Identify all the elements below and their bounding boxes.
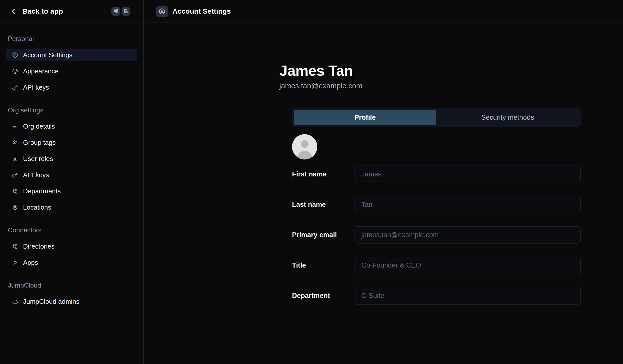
sidebar-item-user-roles[interactable]: User roles: [6, 152, 137, 165]
form-row-primary-email: Primary email: [292, 226, 581, 244]
sidebar-section-org-settings: Org settings Org details Group tags User…: [6, 107, 137, 214]
primary-email-field[interactable]: [355, 226, 581, 244]
plug-icon: [12, 259, 18, 266]
lines-icon: [12, 123, 18, 130]
sidebar-item-locations[interactable]: Locations: [6, 201, 137, 214]
sidebar-topbar: Back to app ⌘ B: [0, 0, 144, 23]
app-root: Back to app ⌘ B Account Settings Persona…: [0, 0, 623, 364]
form-row-last-name: Last name: [292, 196, 581, 213]
sidebar-item-departments[interactable]: Departments: [6, 185, 137, 197]
page-title: Account Settings: [172, 7, 231, 15]
sidebar-item-account-settings[interactable]: Account Settings: [6, 49, 137, 61]
sidebar-item-jumpcloud-admins[interactable]: JumpCloud admins: [6, 295, 137, 308]
main-content: James Tan james.tan@example.com Profile …: [144, 23, 623, 364]
keyboard-shortcut: ⌘ B: [111, 7, 130, 16]
department-label: Department: [292, 292, 355, 300]
tree-icon: [12, 188, 18, 194]
sidebar-item-group-tags[interactable]: Group tags: [6, 136, 137, 149]
sidebar-section-personal: Personal Account Settings Appearance API…: [6, 35, 137, 94]
form-row-first-name: First name: [292, 166, 581, 183]
tree-icon: [12, 243, 18, 250]
command-key-badge: ⌘: [111, 7, 120, 16]
chevron-left-icon: [10, 8, 17, 15]
avatar-placeholder-icon: [292, 134, 317, 159]
users-icon: [12, 139, 18, 146]
map-pin-icon: [12, 204, 18, 211]
user-circle-icon: [12, 52, 18, 58]
tab-bar: Profile Security methods: [292, 108, 581, 127]
page-header: Account Settings: [144, 0, 623, 23]
key-icon: [12, 172, 18, 178]
first-name-label: First name: [292, 170, 355, 178]
profile-form: First name Last name Primary email Title…: [292, 166, 581, 305]
sidebar-item-directories[interactable]: Directories: [6, 240, 137, 253]
first-name-field[interactable]: [355, 166, 581, 183]
sidebar-section-jumpcloud: JumpCloud JumpCloud admins: [6, 282, 137, 308]
account-settings-icon-badge: [156, 6, 168, 17]
section-label-connectors: Connectors: [8, 227, 137, 233]
palette-icon: [12, 68, 18, 74]
tab-security-methods[interactable]: Security methods: [436, 110, 579, 125]
title-label: Title: [292, 261, 355, 269]
primary-email-label: Primary email: [292, 231, 355, 239]
sidebar-item-api-keys-org[interactable]: API keys: [6, 169, 137, 181]
sidebar-nav: Personal Account Settings Appearance API…: [0, 23, 144, 364]
cloud-icon: [12, 298, 18, 305]
tab-profile[interactable]: Profile: [294, 110, 436, 125]
section-label-jumpcloud: JumpCloud: [8, 282, 137, 289]
user-circle-icon: [159, 8, 166, 15]
department-field[interactable]: [355, 287, 581, 305]
back-to-app-button[interactable]: Back to app: [10, 7, 63, 15]
sidebar-item-api-keys-personal[interactable]: API keys: [6, 81, 137, 94]
back-to-app-label: Back to app: [22, 7, 63, 15]
sidebar-item-appearance[interactable]: Appearance: [6, 65, 137, 77]
section-label-org-settings: Org settings: [8, 107, 137, 113]
key-icon: [12, 84, 18, 91]
title-field[interactable]: [355, 257, 581, 274]
sidebar-item-org-details[interactable]: Org details: [6, 120, 137, 133]
id-badge-icon: [12, 156, 18, 162]
profile-name-heading: James Tan: [279, 63, 623, 78]
b-key-badge: B: [122, 7, 130, 16]
sidebar-item-apps[interactable]: Apps: [6, 256, 137, 269]
last-name-label: Last name: [292, 201, 355, 209]
profile-email: james.tan@example.com: [279, 82, 623, 90]
section-label-personal: Personal: [8, 35, 137, 42]
form-row-department: Department: [292, 287, 581, 305]
profile-panel: Profile Security methods First name: [292, 108, 581, 305]
sidebar-section-connectors: Connectors Directories Apps: [6, 227, 137, 269]
last-name-field[interactable]: [355, 196, 581, 213]
avatar[interactable]: [292, 134, 317, 159]
form-row-title: Title: [292, 257, 581, 274]
